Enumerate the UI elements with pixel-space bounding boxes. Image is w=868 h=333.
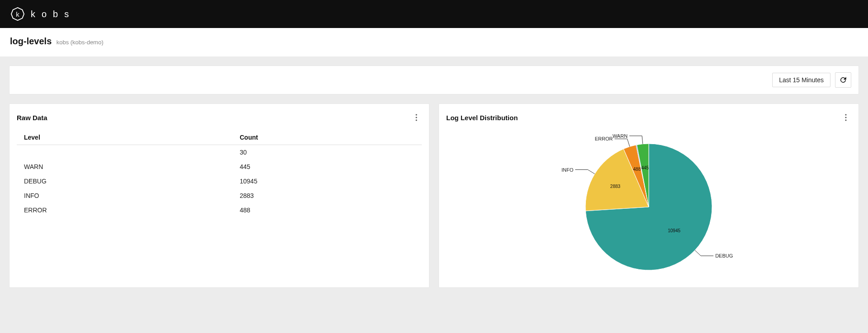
pie-slice-value: 2883 <box>610 184 621 189</box>
cell-count: 30 <box>232 145 422 160</box>
table-row: DEBUG 10945 <box>17 174 422 188</box>
svg-point-2 <box>415 114 417 115</box>
svg-text:k: k <box>16 10 19 18</box>
panel-log-distribution: Log Level Distribution 10945DEBUG2883INF… <box>439 103 859 288</box>
pie-slice-value: 10945 <box>668 228 680 233</box>
col-count: Count <box>232 130 422 145</box>
pie-slice-value: 445 <box>641 165 649 170</box>
cell-count: 445 <box>232 159 422 174</box>
pie-slice-name: INFO <box>561 167 574 173</box>
pie-leader-line <box>695 250 713 256</box>
svg-point-7 <box>845 119 846 121</box>
kebab-icon <box>845 114 847 121</box>
svg-point-4 <box>415 119 417 121</box>
kobs-logo-icon: k <box>11 7 24 21</box>
panel-menu-pie[interactable] <box>840 112 851 123</box>
pie-slice-name: DEBUG <box>715 253 733 258</box>
app-logo-text: kobs <box>31 9 75 19</box>
panel-title-pie: Log Level Distribution <box>446 114 518 122</box>
pie-leader-line <box>575 170 594 174</box>
cell-count: 10945 <box>232 174 422 188</box>
table-row: ERROR 488 <box>17 203 422 217</box>
col-level: Level <box>17 130 232 145</box>
cell-count: 488 <box>232 203 422 217</box>
cell-level: INFO <box>17 188 232 203</box>
page-subtitle: kobs (kobs-demo) <box>57 39 104 46</box>
refresh-button[interactable] <box>835 72 851 88</box>
pie-slice-value: 488 <box>633 167 641 172</box>
panel-row: Raw Data Level Count 30 WARN <box>0 103 868 297</box>
pie-chart-container: 10945DEBUG2883INFO488ERROR445WARN <box>446 130 851 279</box>
refresh-icon <box>839 76 847 84</box>
cell-level: ERROR <box>17 203 232 217</box>
svg-point-6 <box>845 117 846 118</box>
panel-title-raw: Raw Data <box>17 114 47 122</box>
pie-chart: 10945DEBUG2883INFO488ERROR445WARN <box>522 130 775 279</box>
dashboard-toolbar: Last 15 Minutes <box>9 66 859 94</box>
pie-slice-name: ERROR <box>595 136 613 141</box>
svg-point-3 <box>415 117 417 118</box>
cell-level: WARN <box>17 159 232 174</box>
pie-leader-line <box>614 139 629 146</box>
table-row: WARN 445 <box>17 159 422 174</box>
panel-raw-data: Raw Data Level Count 30 WARN <box>9 103 429 288</box>
cell-level <box>17 145 232 160</box>
top-bar: k kobs <box>0 0 868 28</box>
pie-slice-name: WARN <box>613 133 627 139</box>
kebab-icon <box>415 114 417 121</box>
panel-menu-raw[interactable] <box>411 112 422 123</box>
cell-level: DEBUG <box>17 174 232 188</box>
page-title: log-levels <box>10 36 52 46</box>
table-row: 30 <box>17 145 422 160</box>
cell-count: 2883 <box>232 188 422 203</box>
app-logo[interactable]: k kobs <box>11 7 75 21</box>
svg-point-5 <box>845 114 846 115</box>
time-range-select[interactable]: Last 15 Minutes <box>772 73 830 87</box>
raw-data-table: Level Count 30 WARN 445 DEBUG 10945 <box>17 130 422 217</box>
table-row: INFO 2883 <box>17 188 422 203</box>
page-title-band: log-levels kobs (kobs-demo) <box>0 28 868 56</box>
pie-leader-line <box>629 136 643 144</box>
